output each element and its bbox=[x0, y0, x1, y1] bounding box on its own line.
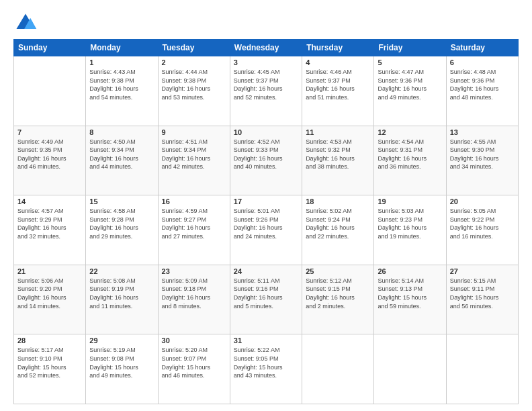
calendar-cell: 7Sunrise: 4:49 AM Sunset: 9:35 PM Daylig… bbox=[14, 126, 86, 195]
day-number: 19 bbox=[378, 197, 442, 205]
day-number: 25 bbox=[306, 267, 370, 275]
calendar-week-row: 1Sunrise: 4:43 AM Sunset: 9:38 PM Daylig… bbox=[14, 56, 519, 126]
day-info: Sunrise: 5:14 AM Sunset: 9:13 PM Dayligh… bbox=[378, 277, 442, 310]
day-info: Sunrise: 4:47 AM Sunset: 9:36 PM Dayligh… bbox=[378, 68, 442, 101]
calendar-cell bbox=[14, 56, 86, 126]
calendar-cell: 3Sunrise: 4:45 AM Sunset: 9:37 PM Daylig… bbox=[230, 56, 302, 126]
calendar-cell bbox=[302, 334, 374, 404]
day-number: 31 bbox=[234, 336, 298, 345]
calendar-cell: 9Sunrise: 4:51 AM Sunset: 9:34 PM Daylig… bbox=[158, 126, 230, 195]
day-info: Sunrise: 5:19 AM Sunset: 9:08 PM Dayligh… bbox=[89, 346, 154, 379]
calendar-cell: 10Sunrise: 4:52 AM Sunset: 9:33 PM Dayli… bbox=[230, 126, 302, 195]
calendar-cell: 20Sunrise: 5:05 AM Sunset: 9:22 PM Dayli… bbox=[446, 195, 518, 265]
day-info: Sunrise: 5:02 AM Sunset: 9:24 PM Dayligh… bbox=[306, 207, 370, 240]
calendar-cell: 8Sunrise: 4:50 AM Sunset: 9:34 PM Daylig… bbox=[86, 126, 158, 195]
day-info: Sunrise: 4:51 AM Sunset: 9:34 PM Dayligh… bbox=[162, 138, 226, 171]
day-info: Sunrise: 5:09 AM Sunset: 9:18 PM Dayligh… bbox=[162, 277, 226, 310]
day-info: Sunrise: 5:17 AM Sunset: 9:10 PM Dayligh… bbox=[17, 346, 82, 379]
day-number: 24 bbox=[234, 267, 298, 275]
calendar-cell: 30Sunrise: 5:20 AM Sunset: 9:07 PM Dayli… bbox=[158, 334, 230, 404]
calendar-week-row: 14Sunrise: 4:57 AM Sunset: 9:29 PM Dayli… bbox=[14, 195, 519, 265]
day-info: Sunrise: 4:46 AM Sunset: 9:37 PM Dayligh… bbox=[306, 68, 370, 101]
calendar-cell bbox=[446, 334, 518, 404]
calendar-cell: 23Sunrise: 5:09 AM Sunset: 9:18 PM Dayli… bbox=[158, 265, 230, 334]
day-info: Sunrise: 4:53 AM Sunset: 9:32 PM Dayligh… bbox=[306, 138, 370, 171]
header bbox=[13, 11, 519, 35]
day-number: 3 bbox=[234, 58, 298, 66]
day-number: 13 bbox=[450, 128, 515, 136]
day-number: 23 bbox=[162, 267, 226, 275]
calendar-cell: 15Sunrise: 4:58 AM Sunset: 9:28 PM Dayli… bbox=[86, 195, 158, 265]
calendar-cell: 19Sunrise: 5:03 AM Sunset: 9:23 PM Dayli… bbox=[374, 195, 446, 265]
calendar-cell: 28Sunrise: 5:17 AM Sunset: 9:10 PM Dayli… bbox=[14, 334, 86, 404]
day-info: Sunrise: 5:22 AM Sunset: 9:05 PM Dayligh… bbox=[234, 346, 298, 379]
day-number: 15 bbox=[89, 197, 154, 205]
day-info: Sunrise: 5:08 AM Sunset: 9:19 PM Dayligh… bbox=[89, 277, 154, 310]
calendar-day-header: Wednesday bbox=[230, 40, 302, 56]
calendar-cell bbox=[374, 334, 446, 404]
day-number: 22 bbox=[89, 267, 154, 275]
calendar-cell: 22Sunrise: 5:08 AM Sunset: 9:19 PM Dayli… bbox=[86, 265, 158, 334]
calendar-header-row: SundayMondayTuesdayWednesdayThursdayFrid… bbox=[14, 40, 519, 56]
day-number: 16 bbox=[162, 197, 226, 205]
calendar-day-header: Sunday bbox=[14, 40, 86, 56]
day-info: Sunrise: 4:54 AM Sunset: 9:31 PM Dayligh… bbox=[378, 138, 442, 171]
day-number: 18 bbox=[306, 197, 370, 205]
day-info: Sunrise: 5:11 AM Sunset: 9:16 PM Dayligh… bbox=[234, 277, 298, 310]
day-number: 20 bbox=[450, 197, 515, 205]
day-info: Sunrise: 4:43 AM Sunset: 9:38 PM Dayligh… bbox=[89, 68, 154, 101]
calendar-cell: 5Sunrise: 4:47 AM Sunset: 9:36 PM Daylig… bbox=[374, 56, 446, 126]
logo-icon bbox=[13, 11, 38, 35]
day-number: 28 bbox=[17, 336, 82, 345]
day-info: Sunrise: 4:58 AM Sunset: 9:28 PM Dayligh… bbox=[89, 207, 154, 240]
day-number: 6 bbox=[450, 58, 515, 66]
day-number: 12 bbox=[378, 128, 442, 136]
calendar-day-header: Saturday bbox=[446, 40, 518, 56]
calendar-cell: 4Sunrise: 4:46 AM Sunset: 9:37 PM Daylig… bbox=[302, 56, 374, 126]
day-number: 17 bbox=[234, 197, 298, 205]
day-info: Sunrise: 4:44 AM Sunset: 9:38 PM Dayligh… bbox=[162, 68, 226, 101]
day-info: Sunrise: 4:57 AM Sunset: 9:29 PM Dayligh… bbox=[17, 207, 82, 240]
calendar-cell: 6Sunrise: 4:48 AM Sunset: 9:36 PM Daylig… bbox=[446, 56, 518, 126]
calendar-cell: 25Sunrise: 5:12 AM Sunset: 9:15 PM Dayli… bbox=[302, 265, 374, 334]
calendar-cell: 26Sunrise: 5:14 AM Sunset: 9:13 PM Dayli… bbox=[374, 265, 446, 334]
calendar-table: SundayMondayTuesdayWednesdayThursdayFrid… bbox=[13, 39, 519, 404]
calendar-cell: 2Sunrise: 4:44 AM Sunset: 9:38 PM Daylig… bbox=[158, 56, 230, 126]
day-info: Sunrise: 5:20 AM Sunset: 9:07 PM Dayligh… bbox=[162, 346, 226, 379]
calendar-cell: 27Sunrise: 5:15 AM Sunset: 9:11 PM Dayli… bbox=[446, 265, 518, 334]
calendar-cell: 12Sunrise: 4:54 AM Sunset: 9:31 PM Dayli… bbox=[374, 126, 446, 195]
calendar-cell: 17Sunrise: 5:01 AM Sunset: 9:26 PM Dayli… bbox=[230, 195, 302, 265]
day-info: Sunrise: 5:01 AM Sunset: 9:26 PM Dayligh… bbox=[234, 207, 298, 240]
day-number: 26 bbox=[378, 267, 442, 275]
calendar-cell: 1Sunrise: 4:43 AM Sunset: 9:38 PM Daylig… bbox=[86, 56, 158, 126]
day-number: 21 bbox=[17, 267, 82, 275]
day-number: 14 bbox=[17, 197, 82, 205]
day-info: Sunrise: 5:03 AM Sunset: 9:23 PM Dayligh… bbox=[378, 207, 442, 240]
calendar-cell: 21Sunrise: 5:06 AM Sunset: 9:20 PM Dayli… bbox=[14, 265, 86, 334]
calendar-day-header: Thursday bbox=[302, 40, 374, 56]
day-info: Sunrise: 4:59 AM Sunset: 9:27 PM Dayligh… bbox=[162, 207, 226, 240]
day-info: Sunrise: 4:55 AM Sunset: 9:30 PM Dayligh… bbox=[450, 138, 515, 171]
calendar-cell: 29Sunrise: 5:19 AM Sunset: 9:08 PM Dayli… bbox=[86, 334, 158, 404]
calendar-cell: 18Sunrise: 5:02 AM Sunset: 9:24 PM Dayli… bbox=[302, 195, 374, 265]
day-number: 10 bbox=[234, 128, 298, 136]
day-info: Sunrise: 5:12 AM Sunset: 9:15 PM Dayligh… bbox=[306, 277, 370, 310]
day-number: 2 bbox=[162, 58, 226, 66]
calendar-week-row: 21Sunrise: 5:06 AM Sunset: 9:20 PM Dayli… bbox=[14, 265, 519, 334]
day-number: 29 bbox=[89, 336, 154, 345]
day-info: Sunrise: 5:05 AM Sunset: 9:22 PM Dayligh… bbox=[450, 207, 515, 240]
calendar-day-header: Tuesday bbox=[158, 40, 230, 56]
logo bbox=[13, 11, 40, 35]
day-number: 5 bbox=[378, 58, 442, 66]
calendar-week-row: 28Sunrise: 5:17 AM Sunset: 9:10 PM Dayli… bbox=[14, 334, 519, 404]
day-number: 9 bbox=[162, 128, 226, 136]
day-info: Sunrise: 4:48 AM Sunset: 9:36 PM Dayligh… bbox=[450, 68, 515, 101]
calendar-cell: 14Sunrise: 4:57 AM Sunset: 9:29 PM Dayli… bbox=[14, 195, 86, 265]
page: SundayMondayTuesdayWednesdayThursdayFrid… bbox=[0, 0, 532, 411]
calendar-cell: 31Sunrise: 5:22 AM Sunset: 9:05 PM Dayli… bbox=[230, 334, 302, 404]
day-number: 4 bbox=[306, 58, 370, 66]
day-info: Sunrise: 4:52 AM Sunset: 9:33 PM Dayligh… bbox=[234, 138, 298, 171]
day-info: Sunrise: 4:45 AM Sunset: 9:37 PM Dayligh… bbox=[234, 68, 298, 101]
calendar-cell: 11Sunrise: 4:53 AM Sunset: 9:32 PM Dayli… bbox=[302, 126, 374, 195]
calendar-cell: 24Sunrise: 5:11 AM Sunset: 9:16 PM Dayli… bbox=[230, 265, 302, 334]
